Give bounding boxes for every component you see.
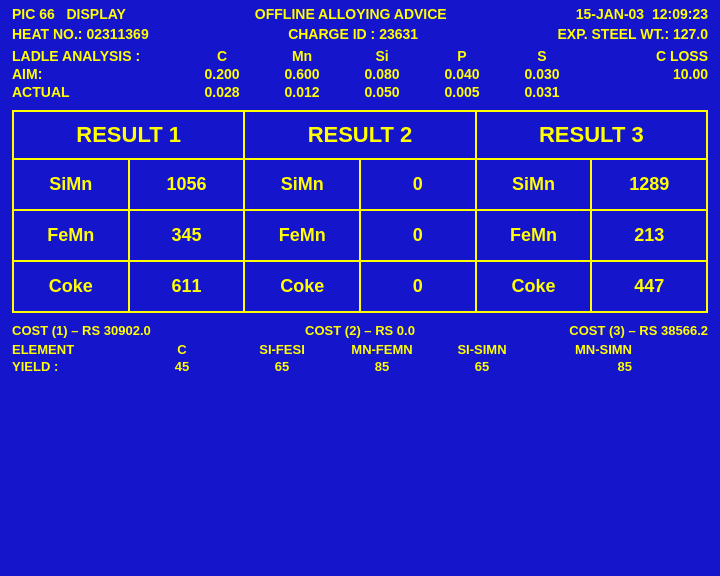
r2-simn-value: 0 bbox=[361, 160, 475, 209]
yield-label: YIELD : bbox=[12, 359, 132, 374]
actual-si: 0.050 bbox=[342, 84, 422, 100]
result1-header: RESULT 1 bbox=[14, 112, 245, 158]
result2-header: RESULT 2 bbox=[245, 112, 476, 158]
yield-header: ELEMENT C SI-FESI MN-FEMN SI-SIMN MN-SIM… bbox=[12, 342, 708, 357]
heat-number: HEAT NO.: 02311369 bbox=[12, 26, 149, 42]
aim-closs: 10.00 bbox=[628, 66, 708, 82]
aim-mn: 0.600 bbox=[262, 66, 342, 82]
r1-femn-value: 345 bbox=[130, 211, 244, 260]
result-simn-row: SiMn 1056 SiMn 0 SiMn 1289 bbox=[14, 160, 706, 211]
yh-mnsimn: MN-SIMN bbox=[532, 342, 632, 357]
result-femn-row: FeMn 345 FeMn 0 FeMn 213 bbox=[14, 211, 706, 262]
aim-c: 0.200 bbox=[182, 66, 262, 82]
r1-femn-name: FeMn bbox=[14, 211, 130, 260]
analysis-section: LADLE ANALYSIS : C Mn Si P S C LOSS AIM:… bbox=[0, 44, 720, 104]
col-s: S bbox=[502, 48, 582, 64]
yh-mnfemn: MN-FEMN bbox=[332, 342, 432, 357]
aim-s: 0.030 bbox=[502, 66, 582, 82]
aim-si: 0.080 bbox=[342, 66, 422, 82]
result-coke-row: Coke 611 Coke 0 Coke 447 bbox=[14, 262, 706, 311]
charge-id: CHARGE ID : 23631 bbox=[288, 26, 418, 42]
result3-header: RESULT 3 bbox=[477, 112, 706, 158]
actual-row: ACTUAL 0.028 0.012 0.050 0.005 0.031 bbox=[12, 84, 708, 100]
r1-simn-value: 1056 bbox=[130, 160, 244, 209]
pic-label: PIC 66 DISPLAY bbox=[12, 6, 126, 22]
cost-row: COST (1) – RS 30902.0 COST (2) – RS 0.0 … bbox=[0, 319, 720, 340]
yield-mnfemn: 85 bbox=[332, 359, 432, 374]
aim-row: AIM: 0.200 0.600 0.080 0.040 0.030 10.00 bbox=[12, 66, 708, 82]
yh-sisimn: SI-SIMN bbox=[432, 342, 532, 357]
r3-coke-pair: Coke 447 bbox=[477, 262, 706, 311]
r3-coke-value: 447 bbox=[592, 262, 706, 311]
results-container: RESULT 1 RESULT 2 RESULT 3 SiMn 1056 SiM… bbox=[12, 110, 708, 313]
r2-coke-name: Coke bbox=[245, 262, 361, 311]
title: OFFLINE ALLOYING ADVICE bbox=[255, 6, 447, 22]
col-closs: C LOSS bbox=[628, 48, 708, 64]
actual-s: 0.031 bbox=[502, 84, 582, 100]
yield-values-row: YIELD : 45 65 85 65 85 bbox=[12, 359, 708, 374]
r3-coke-name: Coke bbox=[477, 262, 593, 311]
yield-sisimn: 65 bbox=[432, 359, 532, 374]
yield-section: ELEMENT C SI-FESI MN-FEMN SI-SIMN MN-SIM… bbox=[0, 340, 720, 376]
r1-simn-pair: SiMn 1056 bbox=[14, 160, 245, 209]
yield-sifesi: 65 bbox=[232, 359, 332, 374]
r2-femn-pair: FeMn 0 bbox=[245, 211, 476, 260]
r2-coke-pair: Coke 0 bbox=[245, 262, 476, 311]
r1-femn-pair: FeMn 345 bbox=[14, 211, 245, 260]
actual-label: ACTUAL bbox=[12, 84, 182, 100]
cost2: COST (2) – RS 0.0 bbox=[305, 323, 415, 338]
r2-simn-name: SiMn bbox=[245, 160, 361, 209]
aim-p: 0.040 bbox=[422, 66, 502, 82]
r3-simn-name: SiMn bbox=[477, 160, 593, 209]
analysis-header: LADLE ANALYSIS : C Mn Si P S C LOSS bbox=[12, 48, 708, 64]
r2-femn-value: 0 bbox=[361, 211, 475, 260]
col-p: P bbox=[422, 48, 502, 64]
cost3: COST (3) – RS 38566.2 bbox=[569, 323, 708, 338]
r3-femn-name: FeMn bbox=[477, 211, 593, 260]
r1-coke-name: Coke bbox=[14, 262, 130, 311]
r1-simn-name: SiMn bbox=[14, 160, 130, 209]
col-mn: Mn bbox=[262, 48, 342, 64]
r3-simn-value: 1289 bbox=[592, 160, 706, 209]
yh-element: ELEMENT bbox=[12, 342, 132, 357]
r3-femn-pair: FeMn 213 bbox=[477, 211, 706, 260]
col-si: Si bbox=[342, 48, 422, 64]
header-row: PIC 66 DISPLAY OFFLINE ALLOYING ADVICE 1… bbox=[0, 0, 720, 24]
yield-c: 45 bbox=[132, 359, 232, 374]
r2-femn-name: FeMn bbox=[245, 211, 361, 260]
r1-coke-pair: Coke 611 bbox=[14, 262, 245, 311]
col-c: C bbox=[182, 48, 262, 64]
cost1: COST (1) – RS 30902.0 bbox=[12, 323, 151, 338]
aim-label: AIM: bbox=[12, 66, 182, 82]
r3-simn-pair: SiMn 1289 bbox=[477, 160, 706, 209]
actual-p: 0.005 bbox=[422, 84, 502, 100]
ladle-label: LADLE ANALYSIS : bbox=[12, 48, 182, 64]
actual-mn: 0.012 bbox=[262, 84, 342, 100]
exp-steel-wt: EXP. STEEL WT.: 127.0 bbox=[558, 26, 708, 42]
r2-simn-pair: SiMn 0 bbox=[245, 160, 476, 209]
r3-femn-value: 213 bbox=[592, 211, 706, 260]
info-row: HEAT NO.: 02311369 CHARGE ID : 23631 EXP… bbox=[0, 24, 720, 44]
yh-c: C bbox=[132, 342, 232, 357]
r2-coke-value: 0 bbox=[361, 262, 475, 311]
datetime: 15-JAN-03 12:09:23 bbox=[576, 6, 708, 22]
yield-mnsimn: 85 bbox=[532, 359, 632, 374]
yh-sifesi: SI-FESI bbox=[232, 342, 332, 357]
actual-closs bbox=[628, 84, 708, 100]
results-header-row: RESULT 1 RESULT 2 RESULT 3 bbox=[14, 112, 706, 160]
r1-coke-value: 611 bbox=[130, 262, 244, 311]
actual-c: 0.028 bbox=[182, 84, 262, 100]
